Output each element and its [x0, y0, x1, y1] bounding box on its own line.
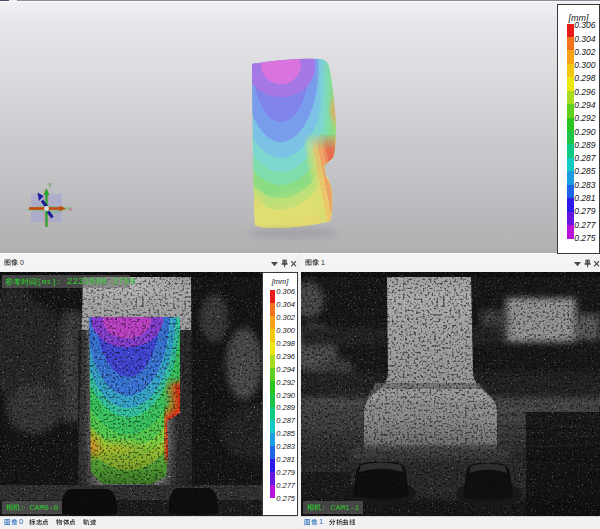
svg-text:x: x — [69, 206, 72, 212]
svg-text:y: y — [49, 181, 52, 187]
